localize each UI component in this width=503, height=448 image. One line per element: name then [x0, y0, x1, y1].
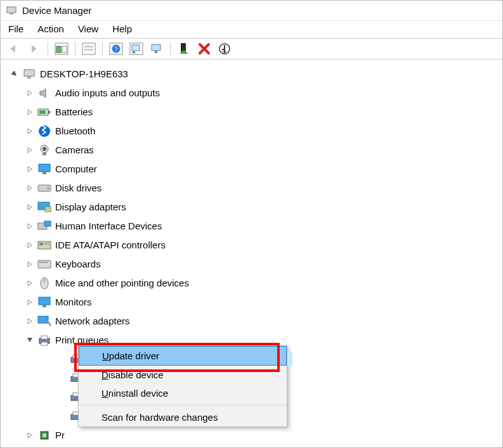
menu-action[interactable]: Action — [37, 23, 64, 34]
svg-rect-34 — [44, 221, 51, 226]
uninstall-device-button[interactable] — [195, 41, 214, 57]
expander-icon[interactable] — [25, 88, 35, 98]
tree-node[interactable]: Mice and other pointing devices — [7, 274, 500, 293]
tree-node[interactable]: Cameras — [7, 141, 500, 160]
expander-icon[interactable] — [25, 221, 35, 231]
expander-icon[interactable] — [25, 145, 35, 155]
tree-node[interactable]: Bluetooth — [7, 122, 500, 141]
svg-rect-52 — [41, 342, 48, 345]
mouse-icon — [37, 276, 51, 290]
tree-node-label: Audio inputs and outputs — [55, 86, 160, 100]
help-button[interactable]: ? — [107, 41, 126, 57]
tree-node[interactable]: IDE ATA/ATAPI controllers — [7, 236, 500, 255]
ctx-scan-hardware[interactable]: Scan for hardware changes — [79, 408, 287, 426]
tree-node[interactable]: Keyboards — [7, 255, 500, 274]
svg-rect-47 — [42, 305, 46, 307]
tree-node[interactable]: Network adapters — [7, 312, 500, 331]
svg-rect-7 — [84, 49, 93, 51]
tree-node-label: Network adapters — [55, 314, 130, 328]
tree-node-label: Disk drives — [55, 181, 101, 195]
svg-rect-27 — [39, 164, 50, 172]
expander-icon[interactable] — [25, 240, 35, 250]
app-icon — [6, 5, 17, 16]
selection-overflow — [287, 352, 292, 366]
expander-icon[interactable] — [25, 126, 35, 136]
svg-rect-14 — [152, 44, 160, 51]
forward-button[interactable] — [25, 41, 44, 57]
show-hide-tree-button[interactable] — [52, 41, 71, 57]
tree-node[interactable]: Batteries — [7, 103, 500, 122]
tree-node[interactable]: Disk drives — [7, 179, 500, 198]
svg-rect-22 — [39, 110, 46, 114]
disable-device-button[interactable] — [215, 41, 234, 57]
svg-rect-13 — [133, 51, 135, 53]
tree-node-truncated[interactable]: Pr — [7, 426, 500, 445]
menu-help[interactable]: Help — [112, 23, 132, 34]
svg-rect-3 — [56, 46, 61, 53]
ide-icon — [37, 238, 51, 252]
expander-icon[interactable] — [25, 259, 35, 269]
expander-icon[interactable] — [25, 278, 35, 288]
tree-node[interactable]: Display adapters — [7, 198, 500, 217]
svg-rect-4 — [62, 46, 67, 53]
ctx-item-label: Update driver — [102, 350, 159, 361]
ctx-item-label: Disable device — [101, 369, 164, 380]
network-icon — [37, 314, 51, 328]
monitor-icon — [37, 295, 51, 309]
tree-node[interactable]: Human Interface Devices — [7, 217, 500, 236]
ctx-item-label: Uninstall device — [101, 388, 168, 399]
update-driver-button[interactable] — [147, 41, 166, 57]
expander-icon[interactable] — [25, 164, 35, 174]
camera-icon — [37, 143, 51, 157]
menu-file[interactable]: File — [8, 23, 23, 34]
window-title: Device Manager — [22, 5, 91, 16]
expander-icon[interactable] — [10, 69, 20, 79]
expander-icon[interactable] — [25, 202, 35, 212]
properties-button[interactable] — [79, 41, 98, 57]
expander-icon[interactable] — [25, 107, 35, 117]
tree-node-label: Bluetooth — [55, 124, 95, 138]
expander-icon[interactable] — [25, 183, 35, 193]
tree-node[interactable]: Computer — [7, 160, 500, 179]
tree-root[interactable]: DESKTOP-1H9E633 — [7, 65, 500, 84]
scan-hardware-button[interactable] — [127, 41, 146, 57]
tree-node-label: Cameras — [55, 143, 94, 157]
svg-rect-6 — [84, 46, 93, 48]
menubar: File Action View Help — [1, 21, 502, 38]
svg-rect-1 — [10, 13, 13, 15]
bluetooth-icon — [37, 124, 51, 138]
svg-rect-36 — [39, 243, 43, 245]
expander-icon[interactable] — [25, 335, 35, 345]
tree-node[interactable]: Audio inputs and outputs — [7, 84, 500, 103]
ctx-uninstall-device[interactable]: Uninstall device — [79, 384, 287, 402]
expander-icon[interactable] — [25, 297, 35, 307]
monitor-icon — [37, 162, 51, 176]
tree-node-label: IDE ATA/ATAPI controllers — [55, 238, 166, 252]
svg-rect-43 — [47, 262, 48, 263]
enable-device-button[interactable] — [174, 41, 193, 57]
toolbar-separator — [102, 42, 103, 56]
tree-node-label: Keyboards — [55, 257, 101, 271]
svg-point-25 — [42, 147, 46, 151]
svg-rect-37 — [44, 243, 49, 245]
expander-icon[interactable] — [25, 316, 35, 326]
tree-node-label: Display adapters — [55, 200, 126, 214]
toolbar: ? — [1, 38, 502, 60]
ctx-update-driver[interactable]: Update driver — [79, 346, 287, 366]
svg-rect-15 — [155, 51, 157, 53]
svg-point-49 — [49, 324, 51, 326]
svg-rect-21 — [48, 111, 50, 113]
context-menu: Update driver Disable device Uninstall d… — [78, 345, 287, 427]
display-icon — [37, 200, 51, 214]
expander-icon[interactable] — [25, 430, 35, 440]
tree-node-label: Computer — [55, 162, 97, 176]
ctx-disable-device[interactable]: Disable device — [79, 366, 287, 384]
tree-node-label: Monitors — [55, 295, 92, 309]
menu-view[interactable]: View — [78, 23, 98, 34]
disk-icon — [37, 181, 51, 195]
back-button[interactable] — [4, 41, 23, 57]
tree-node[interactable]: Monitors — [7, 293, 500, 312]
svg-text:?: ? — [115, 46, 118, 53]
svg-rect-42 — [45, 262, 46, 263]
svg-rect-51 — [41, 336, 48, 339]
